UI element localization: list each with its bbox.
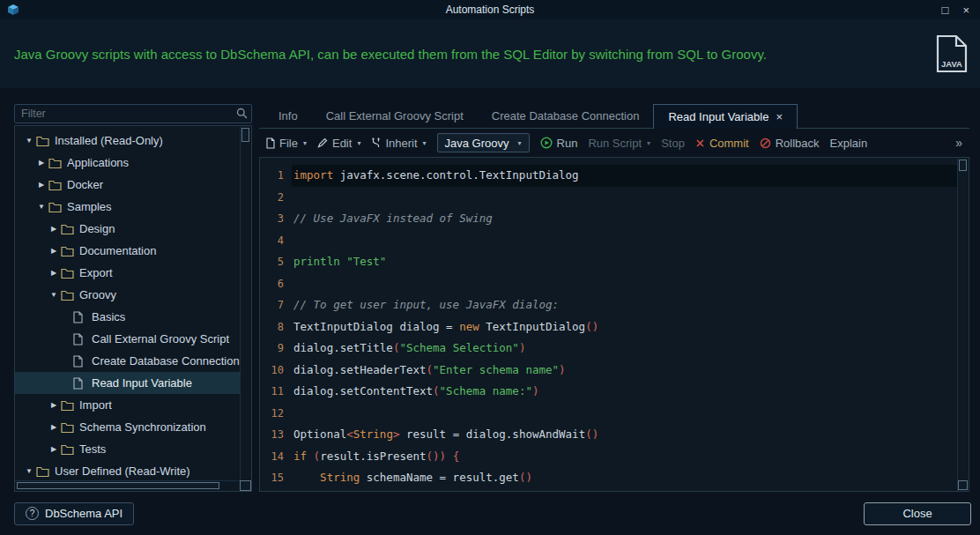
tree-item-installed-read-only[interactable]: ▼Installed (Read-Only) [15,130,240,152]
explain-button-label: Explain [830,137,868,150]
file-icon [266,137,275,149]
run-script-button[interactable]: Run Script ▾ [588,137,650,150]
folder-icon [48,201,64,212]
chevron-down-icon[interactable]: ▼ [34,203,48,211]
tree-item-documentation[interactable]: ▶Documentation [15,240,240,262]
editor-resize-grip[interactable] [958,480,968,490]
code-line: dialog.setHeaderText("Enter schema name"… [292,360,957,382]
line-number: 1 [260,165,292,187]
chevron-down-icon[interactable]: ▼ [47,291,61,299]
code-line: // To get user input, use JavaFX dialog: [292,294,957,316]
commit-button[interactable]: Commit [695,137,749,150]
dbschema-api-help-button[interactable]: ? DbSchema API [14,502,134,525]
help-button-label: DbSchema API [45,507,122,520]
tree-horizontal-scrollbar[interactable] [15,480,240,491]
language-selector[interactable]: Java Groovy ▾ [437,133,530,152]
editor-toolbar: File ▾ Edit ▾ [259,129,969,157]
tree-item-design[interactable]: ▶Design [15,218,240,240]
file-menu[interactable]: File ▾ [266,137,307,150]
code-line [292,230,957,252]
code-line: TextInputDialog dialog = new TextInputDi… [292,316,957,338]
explain-button[interactable]: Explain [830,137,868,150]
code-line: Optional<String> result = dialog.showAnd… [292,424,957,446]
tree-item-import[interactable]: ▶Import [15,394,240,416]
line-number: 4 [260,230,292,252]
tree-item-applications[interactable]: ▶Applications [15,152,240,174]
tab-info[interactable]: Info [264,104,312,128]
tab-call-external-groovy-script[interactable]: Call External Groovy Script [312,104,478,128]
code-line [292,403,957,425]
line-number: 15 [260,467,292,489]
filter-input[interactable] [14,104,252,123]
tree-rows: ▼Installed (Read-Only)▶Applications▶Dock… [15,130,240,480]
line-number: 14 [260,446,292,468]
chevron-down-icon: ▾ [303,139,307,147]
tree-item-schema-synchronization[interactable]: ▶Schema Synchronization [15,416,240,438]
tree-item-label: Schema Synchronization [77,420,206,434]
code-editor[interactable]: 123456789101112131415 import javafx.scen… [259,157,969,492]
chevron-down-icon[interactable]: ▼ [22,467,36,475]
script-editor-panel: InfoCall External Groovy ScriptCreate Da… [259,104,969,492]
tree-item-export[interactable]: ▶Export [15,262,240,284]
tree-item-groovy[interactable]: ▼Groovy [15,284,240,306]
tree-item-samples[interactable]: ▼Samples [15,196,240,218]
chevron-right-icon[interactable]: ▶ [47,423,61,431]
chevron-right-icon[interactable]: ▶ [34,181,48,189]
edit-menu-label: Edit [332,137,352,150]
tree-item-label: Read Input Variable [89,376,192,390]
chevron-right-icon[interactable]: ▶ [47,401,61,409]
tree-item-call-external-groovy-script[interactable]: Call External Groovy Script [15,328,240,350]
chevron-right-icon[interactable]: ▶ [47,269,61,277]
chevron-down-icon[interactable]: ▼ [22,137,36,145]
rollback-button[interactable]: Rollback [760,137,820,150]
line-number: 3 [260,208,292,230]
code-line: println "Test" [292,251,957,273]
tree-item-read-input-variable[interactable]: Read Input Variable [15,372,240,394]
tree-item-tests[interactable]: ▶Tests [15,438,240,460]
tree-vertical-scrollbar[interactable] [240,126,251,480]
tree-item-user-defined-read-write[interactable]: ▼User Defined (Read-Write) [15,460,240,480]
java-file-icon: JAVA [936,34,968,73]
inherit-fork-icon [371,137,381,149]
folder-icon [61,223,77,234]
tab-read-input-variable[interactable]: Read Input Variable× [653,104,798,129]
editor-vertical-scrollbar-thumb[interactable] [959,160,967,171]
inherit-menu[interactable]: Inherit ▾ [371,137,426,150]
editor-vertical-scrollbar[interactable] [957,158,969,491]
run-button[interactable]: Run [540,137,578,150]
folder-icon [36,465,52,477]
folder-icon [61,267,77,279]
tab-label: Create Database Connection [492,109,640,123]
tree-item-label: Export [77,266,113,279]
code-line: import javafx.scene.control.TextInputDia… [292,165,957,187]
code-area[interactable]: import javafx.scene.control.TextInputDia… [292,165,957,489]
tree-item-basics[interactable]: Basics [15,306,240,328]
code-line: dialog.setTitle("Schema Selection") [292,338,957,360]
toolbar-overflow-button[interactable]: » [955,136,962,150]
window-title: Automation Scripts [0,0,980,19]
stop-button[interactable]: Stop [661,137,685,150]
chevron-down-icon: ▾ [357,139,360,147]
chevron-right-icon[interactable]: ▶ [47,225,61,233]
chevron-down-icon: ▾ [423,139,427,147]
tree-item-label: Documentation [77,244,156,257]
tab-close-icon[interactable]: × [776,110,783,123]
edit-menu[interactable]: Edit ▾ [317,137,360,150]
tree-item-docker[interactable]: ▶Docker [15,174,240,196]
maximize-icon[interactable]: □ [942,4,949,17]
chevron-right-icon[interactable]: ▶ [47,445,61,453]
close-icon[interactable]: × [962,4,969,17]
run-script-label: Run Script [588,137,642,150]
tree-item-label: Applications [64,156,129,169]
close-dialog-button[interactable]: Close [864,502,971,525]
chevron-right-icon[interactable]: ▶ [47,247,61,255]
tree-vertical-scrollbar-thumb[interactable] [241,128,249,142]
tab-create-database-connection[interactable]: Create Database Connection [478,104,654,128]
tree-item-create-database-connection[interactable]: Create Database Connection [15,350,240,372]
tree-horizontal-scrollbar-thumb[interactable] [17,482,219,489]
chevron-down-icon: ▾ [518,139,522,147]
chevron-right-icon[interactable]: ▶ [34,159,48,167]
tree-item-label: Docker [64,178,103,191]
code-line: dialog.setContentText("Schema name:") [292,381,957,403]
tree-item-label: Basics [89,310,125,323]
